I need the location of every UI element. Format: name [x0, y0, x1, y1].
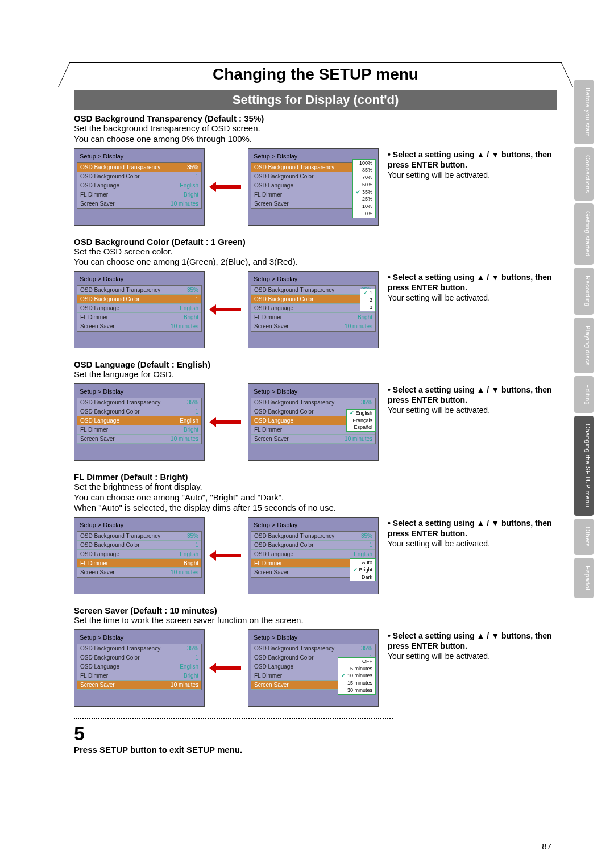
menu-item[interactable]: OSD Background Transparency35%	[77, 532, 201, 541]
menu-item[interactable]: OSD Background Transparency35%	[77, 163, 201, 172]
tab-connections[interactable]: Connections	[574, 147, 594, 201]
instruction-text: • Select a setting using ▲ / ▼ buttons, …	[388, 517, 557, 549]
section-color: OSD Background Color (Default : 1 Green)…	[74, 237, 557, 349]
options-popup[interactable]: OFF 5 minutes 10 minutes 15 minutes 30 m…	[338, 657, 376, 695]
instruction-text: • Select a setting using ▲ / ▼ buttons, …	[388, 629, 557, 662]
section-dimmer: FL Dimmer (Default : Bright) Set the bri…	[74, 472, 557, 594]
menu-item[interactable]: OSD Background Transparency35%	[77, 286, 201, 295]
instruction-text: • Select a setting using ▲ / ▼ buttons, …	[388, 271, 557, 303]
menu-item[interactable]: FL DimmerBright	[77, 313, 201, 322]
setup-panel-left: Setup > Display OSD Background Transpare…	[74, 383, 205, 461]
tab-before[interactable]: Before you start	[574, 80, 594, 144]
setup-panel-left: Setup > Display OSD Background Transpare…	[74, 271, 205, 348]
setup-panel-right: Setup > Display OSD Background Transpare…	[248, 148, 379, 226]
menu-item[interactable]: OSD Background Color1	[77, 172, 201, 181]
menu-item[interactable]: Screen Saver10 minutes	[77, 322, 201, 331]
tab-playing[interactable]: Playing discs	[574, 318, 594, 374]
section-desc: Set the background transparency of OSD s…	[74, 123, 557, 145]
section-saver: Screen Saver (Default : 10 minutes) Set …	[74, 606, 557, 707]
menu-item[interactable]: Screen Saver10 minutes	[77, 435, 201, 444]
menu-item[interactable]: Screen Saver10 minutes	[251, 435, 375, 444]
setup-panel-right: Setup > Display OSD Background Transpare…	[248, 271, 379, 348]
divider	[74, 718, 393, 719]
menu-item[interactable]: OSD Background Color1	[77, 653, 201, 662]
setup-panel-right: Setup > Display OSD Background Transpare…	[248, 629, 379, 707]
options-popup[interactable]: Auto Bright Dark	[350, 558, 376, 581]
menu-item[interactable]: OSD Background Transparency35%	[251, 398, 375, 407]
menu-item[interactable]: FL DimmerBright	[77, 190, 201, 199]
options-popup[interactable]: 100% 85% 70% 50% 35% 25% 10% 0%	[352, 159, 376, 218]
setup-panel-right: Setup > Display OSD Background Transpare…	[248, 517, 379, 594]
tab-others[interactable]: Others	[574, 519, 594, 555]
tab-setup-menu[interactable]: Changing the SETUP menu	[574, 416, 594, 515]
setup-panel-left: Setup > Display OSD Background Transpare…	[74, 517, 205, 594]
menu-item[interactable]: OSD Background Transparency35%	[77, 398, 201, 407]
menu-item[interactable]: OSD Background Color	[251, 295, 375, 304]
menu-item[interactable]: Screen Saver10 minutes	[77, 199, 201, 208]
menu-item[interactable]: OSD Background Transparency35%	[251, 286, 375, 295]
setup-panel-left: Setup > Display OSD Background Transpare…	[74, 148, 205, 226]
subtitle: Settings for Display (cont'd)	[74, 90, 557, 110]
setup-panel-right: Setup > Display OSD Background Transpare…	[248, 383, 379, 461]
menu-item[interactable]: FL DimmerBright	[251, 313, 375, 322]
setup-panel-left: Setup > Display OSD Background Transpare…	[74, 629, 205, 707]
arrow-left-icon	[209, 183, 243, 191]
menu-item[interactable]: OSD Background Color1	[251, 541, 375, 550]
page-title-bar: Changing the SETUP menu	[74, 62, 557, 87]
menu-item[interactable]: OSD LanguageEnglish	[77, 304, 201, 313]
options-popup[interactable]: English Français Español	[346, 409, 376, 432]
tab-espanol[interactable]: Español	[574, 558, 594, 598]
options-popup[interactable]: 1 2 3	[360, 289, 376, 311]
tab-getting-started[interactable]: Getting started	[574, 203, 594, 265]
menu-item[interactable]: OSD LanguageEnglish	[77, 550, 201, 559]
menu-item[interactable]: OSD Background Color1	[77, 295, 201, 304]
step-text: Press SETUP button to exit SETUP menu.	[74, 745, 557, 754]
menu-item[interactable]: OSD Language	[251, 304, 375, 313]
menu-item[interactable]: FL DimmerBright	[77, 559, 201, 568]
menu-item[interactable]: Screen Saver10 minutes	[251, 322, 375, 331]
menu-item[interactable]: FL DimmerBright	[77, 671, 201, 681]
menu-item[interactable]: Screen Saver10 minutes	[77, 681, 201, 690]
section-language: OSD Language (Default : English) Set the…	[74, 360, 557, 461]
section-transparency: OSD Background Transparency (Default : 3…	[74, 114, 557, 226]
instruction-text: • Select a setting using ▲ / ▼ buttons, …	[388, 383, 557, 416]
menu-item[interactable]: OSD Background Transparency35%	[251, 532, 375, 541]
menu-item[interactable]: FL DimmerBright	[77, 425, 201, 435]
arrow-left-icon	[209, 664, 243, 672]
arrow-left-icon	[209, 552, 243, 560]
arrow-left-icon	[209, 306, 243, 314]
menu-item[interactable]: OSD Background Color1	[77, 407, 201, 416]
step-number: 5	[74, 723, 557, 745]
instruction-text: • Select a setting using ▲ / ▼ buttons, …	[388, 148, 557, 181]
side-tabs: Before you start Connections Getting sta…	[574, 80, 594, 598]
tab-editing[interactable]: Editing	[574, 376, 594, 413]
page-title: Changing the SETUP menu	[74, 63, 557, 84]
tab-recording[interactable]: Recording	[574, 268, 594, 315]
menu-item[interactable]: OSD Background Color1	[77, 541, 201, 550]
menu-item[interactable]: OSD Background Transparency35%	[251, 644, 375, 653]
menu-item[interactable]: OSD LanguageEnglish	[77, 416, 201, 425]
menu-item[interactable]: OSD LanguageEnglish	[77, 662, 201, 671]
menu-item[interactable]: OSD LanguageEnglish	[251, 550, 375, 559]
menu-item[interactable]: OSD LanguageEnglish	[77, 181, 201, 190]
section-title: OSD Background Transparency (Default : 3…	[74, 114, 557, 123]
page-number: 87	[542, 841, 551, 851]
menu-item[interactable]: OSD Background Transparency35%	[77, 644, 201, 653]
arrow-left-icon	[209, 418, 243, 426]
menu-item[interactable]: Screen Saver10 minutes	[77, 568, 201, 577]
